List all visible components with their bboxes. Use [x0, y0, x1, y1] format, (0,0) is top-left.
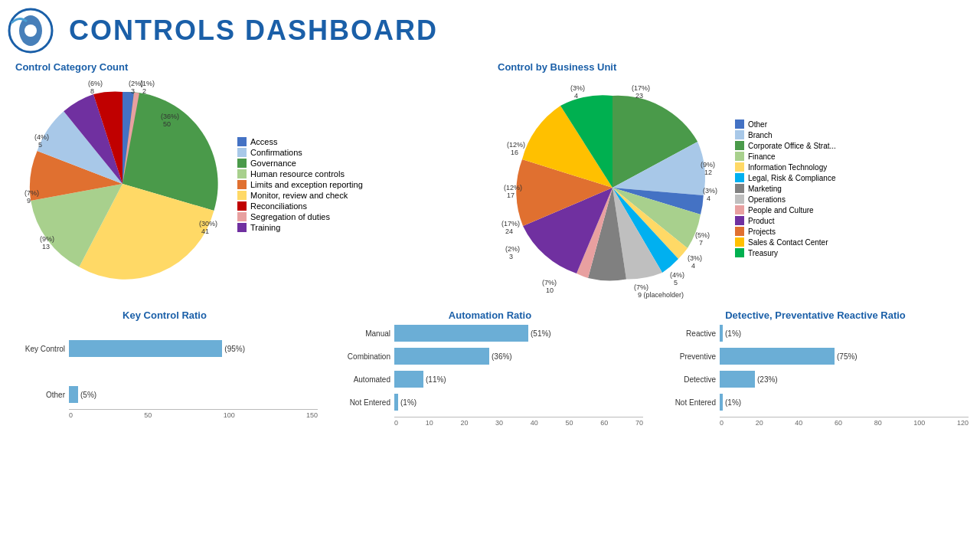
- bar-row-reactive: Reactive (1%): [662, 325, 969, 342]
- svg-text:9 (placeholder): 9 (placeholder): [638, 291, 684, 299]
- bar-outer: (75%): [720, 348, 903, 365]
- key-control-title: Key Control Ratio: [11, 309, 318, 321]
- bar-outer: (1%): [394, 394, 578, 411]
- bar-value: (75%): [837, 352, 858, 361]
- bar-value: (1%): [400, 398, 416, 407]
- svg-text:10: 10: [546, 286, 554, 294]
- svg-text:4: 4: [574, 92, 578, 100]
- bar-label: Other: [11, 391, 65, 399]
- svg-text:16: 16: [511, 149, 518, 156]
- bar-row-manual: Manual (51%): [337, 325, 643, 342]
- automation-chart: Manual (51%) Combination (36%): [337, 325, 643, 427]
- bar-label: Manual: [337, 329, 390, 338]
- bar-outer: (1%): [720, 325, 903, 342]
- bar-label: Combination: [337, 352, 390, 361]
- automation-title: Automation Ratio: [337, 309, 643, 321]
- bar-label: Not Entered: [337, 398, 390, 407]
- business-unit-pie-wrap: (17%) 23 (9%) 12 (3%) 4 (5%) 7 (3%) 4 (4…: [498, 77, 727, 302]
- svg-text:(9%): (9%): [701, 161, 715, 169]
- svg-text:(4%): (4%): [670, 271, 684, 279]
- svg-text:(12%): (12%): [507, 141, 525, 149]
- bar-value: (23%): [757, 375, 778, 384]
- svg-text:5: 5: [674, 279, 678, 286]
- control-category-title: Control Category Count: [15, 61, 482, 73]
- svg-text:(4%): (4%): [34, 133, 49, 141]
- svg-text:(17%): (17%): [632, 84, 650, 92]
- svg-text:(7%): (7%): [542, 279, 557, 286]
- svg-text:17: 17: [507, 192, 514, 199]
- svg-text:50: 50: [163, 120, 171, 128]
- svg-text:4: 4: [707, 195, 710, 202]
- key-control-chart: Key Control (95%) Other (5%): [11, 325, 318, 419]
- business-unit-title: Control by Business Unit: [498, 61, 965, 73]
- bar-row-preventive: Preventive (75%): [662, 348, 969, 365]
- dashboard-title: CONTROLS DASHBOARD: [69, 15, 438, 47]
- business-unit-legend: Other Branch Corporate Office & Strat...…: [735, 119, 836, 259]
- detective-chart: Reactive (1%) Preventive (75%): [662, 325, 969, 427]
- svg-text:(3%): (3%): [688, 254, 702, 262]
- control-category-pie-container: (36%) 50 (30%) 41 (9%) 13 (7%) 9 (4%) 5 …: [15, 77, 482, 294]
- svg-text:(17%): (17%): [501, 220, 520, 228]
- bar-row-not-entered: Not Entered (1%): [337, 394, 643, 411]
- bar-row-key-control: Key Control (95%): [11, 340, 318, 357]
- svg-text:(3%): (3%): [703, 187, 717, 195]
- svg-text:(3%): (3%): [570, 84, 585, 92]
- bar-value: (1%): [725, 398, 741, 407]
- svg-text:5: 5: [38, 141, 42, 149]
- header: CONTROLS DASHBOARD: [0, 0, 980, 57]
- detective-title: Detective, Preventative Reactive Ratio: [662, 309, 969, 321]
- svg-text:2: 2: [142, 87, 146, 95]
- svg-text:(12%): (12%): [504, 184, 522, 192]
- svg-text:12: 12: [704, 169, 712, 176]
- control-category-pie: (36%) 50 (30%) 41 (9%) 13 (7%) 9 (4%) 5 …: [15, 77, 230, 291]
- bar-row-other: Other (5%): [11, 386, 318, 403]
- bar-row-automated: Automated (11%): [337, 371, 643, 388]
- svg-text:9: 9: [27, 197, 31, 205]
- svg-text:(2%): (2%): [505, 245, 520, 253]
- bar-outer: (36%): [394, 348, 578, 365]
- svg-text:41: 41: [201, 228, 209, 235]
- svg-text:7: 7: [699, 239, 703, 247]
- control-category-section: Control Category Count: [8, 57, 490, 306]
- detective-section: Detective, Preventative Reactive Ratio R…: [655, 306, 976, 431]
- bar-outer: (1%): [720, 394, 903, 411]
- bar-label: Not Entered: [662, 398, 716, 407]
- svg-text:(7%): (7%): [634, 283, 648, 291]
- bar-label: Detective: [662, 375, 716, 384]
- control-category-pie-wrap: (36%) 50 (30%) 41 (9%) 13 (7%) 9 (4%) 5 …: [15, 77, 230, 294]
- bar-label: Reactive: [662, 329, 716, 338]
- svg-text:(36%): (36%): [161, 113, 179, 120]
- bar-row-not-entered2: Not Entered (1%): [662, 394, 969, 411]
- svg-text:(6%): (6%): [88, 80, 103, 87]
- svg-point-1: [24, 25, 37, 37]
- control-category-legend: Access Confirmations Governance Human re…: [237, 137, 363, 234]
- svg-text:13: 13: [42, 243, 50, 250]
- logo-icon: [8, 8, 54, 54]
- business-unit-pie-container: (17%) 23 (9%) 12 (3%) 4 (5%) 7 (3%) 4 (4…: [498, 77, 965, 302]
- bar-outer: (11%): [394, 371, 578, 388]
- bar-label: Key Control: [11, 345, 65, 353]
- automation-section: Automation Ratio Manual (51%) Combinatio…: [329, 306, 651, 431]
- bar-value: (11%): [426, 375, 446, 384]
- svg-text:(7%): (7%): [24, 189, 39, 197]
- bar-outer: (23%): [720, 371, 903, 388]
- dashboard-grid: Control Category Count: [0, 57, 980, 306]
- bar-row-combination: Combination (36%): [337, 348, 643, 365]
- bar-value: (51%): [531, 329, 551, 338]
- bar-outer: (95%): [69, 340, 245, 357]
- key-control-section: Key Control Ratio Key Control (95%) Othe…: [4, 306, 325, 431]
- svg-text:4: 4: [691, 262, 695, 270]
- bar-label: Automated: [337, 375, 390, 384]
- svg-text:(30%): (30%): [199, 220, 217, 228]
- svg-text:24: 24: [505, 228, 513, 235]
- bar-value: (36%): [492, 352, 512, 361]
- bar-row-detective: Detective (23%): [662, 371, 969, 388]
- business-unit-pie: (17%) 23 (9%) 12 (3%) 4 (5%) 7 (3%) 4 (4…: [498, 77, 727, 299]
- bar-label: Preventive: [662, 352, 716, 361]
- svg-text:(9%): (9%): [40, 235, 54, 243]
- svg-text:3: 3: [131, 87, 135, 95]
- bottom-row: Key Control Ratio Key Control (95%) Othe…: [0, 306, 980, 431]
- svg-text:23: 23: [635, 92, 643, 100]
- bar-outer: (51%): [394, 325, 578, 342]
- bar-value: (1%): [725, 329, 741, 338]
